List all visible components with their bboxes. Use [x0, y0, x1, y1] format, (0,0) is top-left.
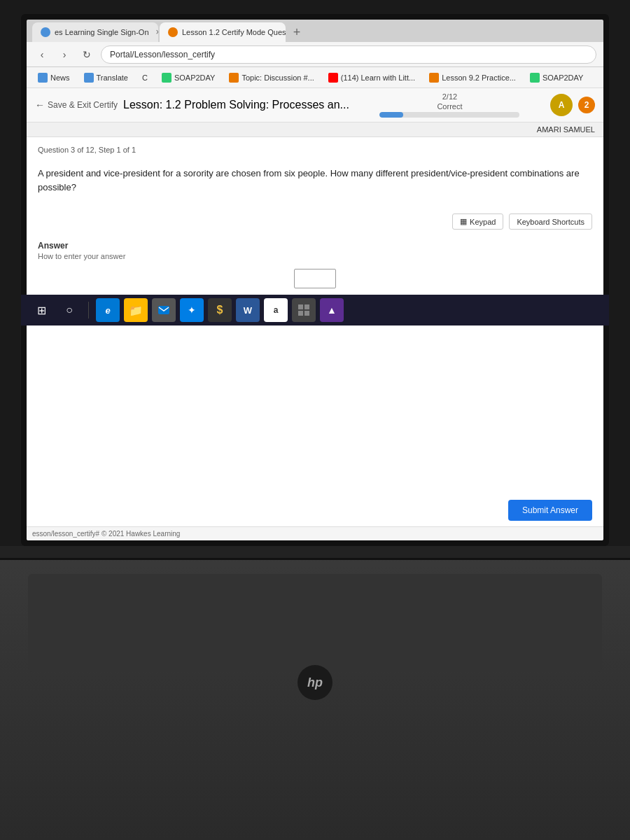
tab-sso[interactable]: es Learning Single Sign-On ×: [32, 22, 158, 42]
svg-rect-3: [298, 311, 303, 316]
file-explorer-app[interactable]: 📁: [124, 298, 148, 322]
bookmark-soap2day-1-icon: [162, 73, 172, 83]
edge-app[interactable]: e: [96, 298, 120, 322]
progress-bar-fill: [379, 112, 403, 118]
svg-rect-1: [298, 304, 303, 309]
tab-lesson-icon: [168, 27, 178, 37]
bookmark-news-label: News: [50, 74, 70, 82]
svg-rect-2: [304, 304, 309, 309]
bookmark-lesson92[interactable]: Lesson 9.2 Practice...: [424, 71, 522, 84]
status-bar: esson/lesson_certify# © 2021 Hawkes Lear…: [27, 526, 603, 540]
mail-app[interactable]: [152, 298, 176, 322]
tab-lesson-label: Lesson 1.2 Certify Mode Questio...: [182, 28, 286, 36]
word-app[interactable]: W: [236, 298, 260, 322]
screen: es Learning Single Sign-On × Lesson 1.2 …: [27, 20, 603, 540]
bookmark-c[interactable]: C: [136, 72, 153, 83]
dollar-app[interactable]: $: [208, 298, 232, 322]
new-tab-button[interactable]: +: [287, 22, 307, 42]
user-avatar: A: [550, 94, 573, 116]
screen-bezel: es Learning Single Sign-On × Lesson 1.2 …: [21, 14, 609, 546]
browser-chrome: es Learning Single Sign-On × Lesson 1.2 …: [27, 20, 603, 540]
save-exit-label: Save & Exit Certify: [48, 100, 118, 110]
bookmark-soap2day-2-icon: [530, 73, 540, 83]
bookmark-topic[interactable]: Topic: Discussion #...: [223, 71, 319, 84]
keypad-button[interactable]: ▦ Keypad: [452, 214, 503, 230]
progress-label: 2/12: [442, 92, 457, 101]
top-nav-left: Save & Exit Certify Lesson: 1.2 Problem …: [35, 99, 349, 111]
svg-rect-4: [304, 311, 309, 316]
user-section: AMARI SAMUEL: [27, 122, 603, 137]
bookmark-learn-label: (114) Learn with Litt...: [341, 74, 415, 82]
bookmark-lesson92-label: Lesson 9.2 Practice...: [442, 74, 516, 82]
forward-button[interactable]: ›: [56, 46, 73, 63]
bookmark-translate[interactable]: Translate: [78, 71, 134, 84]
image-app[interactable]: ▲: [320, 298, 344, 322]
hp-logo: hp: [298, 665, 332, 700]
lesson-title: Lesson: 1.2 Problem Solving: Processes a…: [123, 99, 349, 111]
tab-sso-close[interactable]: ×: [156, 27, 158, 37]
address-bar: ‹ › ↻ Portal/Lesson/lesson_certify: [27, 42, 603, 67]
bookmark-soap2day-1-label: SOAP2DAY: [174, 74, 216, 82]
dropbox-app[interactable]: ✦: [180, 298, 204, 322]
tab-sso-label: es Learning Single Sign-On: [55, 28, 149, 36]
bookmark-learn[interactable]: (114) Learn with Litt...: [323, 71, 421, 84]
laptop-hinge: [0, 546, 630, 560]
answer-section: Answer How to enter your answer: [38, 241, 592, 288]
reload-button[interactable]: ↻: [78, 46, 95, 63]
answer-hint: How to enter your answer: [38, 252, 592, 260]
bookmark-news[interactable]: News: [32, 71, 76, 84]
status-text: esson/lesson_certify# © 2021 Hawkes Lear…: [32, 530, 180, 538]
bookmark-c-label: C: [142, 74, 148, 82]
top-nav-right: A 2: [550, 94, 595, 116]
progress-bar: [379, 112, 519, 118]
answer-input[interactable]: [294, 269, 336, 288]
correct-label: Correct: [437, 102, 462, 111]
tab-bar: es Learning Single Sign-On × Lesson 1.2 …: [27, 20, 603, 42]
bookmark-soap2day-2-label: SOAP2DAY: [542, 74, 584, 82]
laptop-screen-area: es Learning Single Sign-On × Lesson 1.2 …: [0, 0, 630, 574]
bookmark-translate-label: Translate: [97, 74, 128, 82]
user-name: AMARI SAMUEL: [537, 125, 595, 134]
tools-section: ▦ Keypad Keyboard Shortcuts: [38, 214, 592, 230]
bookmark-topic-icon: [229, 73, 239, 83]
taskbar-separator: [88, 302, 89, 318]
bookmark-soap2day-2[interactable]: SOAP2DAY: [524, 71, 589, 84]
address-input[interactable]: Portal/Lesson/lesson_certify: [101, 46, 596, 64]
question-label: Question 3 of 12, Step 1 of 1: [38, 146, 592, 154]
top-nav-center: 2/12 Correct: [379, 92, 519, 118]
text-a-app[interactable]: a: [264, 298, 288, 322]
bookmark-learn-icon: [328, 73, 338, 83]
top-nav: Save & Exit Certify Lesson: 1.2 Problem …: [27, 88, 603, 122]
search-button[interactable]: ○: [57, 298, 81, 322]
back-button[interactable]: ‹: [34, 46, 50, 63]
submit-section: Submit Answer: [27, 494, 603, 526]
question-text: A president and vice-president for a sor…: [38, 161, 592, 200]
keypad-label: Keypad: [470, 218, 496, 226]
keyboard-shortcuts-label: Keyboard Shortcuts: [517, 218, 584, 226]
bookmark-soap2day-1[interactable]: SOAP2DAY: [156, 71, 221, 84]
laptop-keyboard: [28, 574, 602, 672]
tab-sso-icon: [41, 27, 50, 37]
answer-label: Answer: [38, 241, 592, 251]
bookmark-topic-label: Topic: Discussion #...: [241, 74, 314, 82]
save-exit-button[interactable]: Save & Exit Certify: [35, 99, 118, 111]
taskbar: ⊞ ○ e 📁 ✦ $ W a ▲: [21, 295, 609, 326]
question-count-badge: 2: [578, 97, 595, 113]
windows-button[interactable]: ⊞: [29, 298, 53, 322]
keyboard-shortcuts-button[interactable]: Keyboard Shortcuts: [509, 214, 592, 230]
bookmarks-bar: News Translate C SOAP2DAY: [27, 67, 603, 88]
bookmark-translate-icon: [84, 73, 94, 83]
orange-block-app[interactable]: [292, 298, 316, 322]
keypad-icon: ▦: [460, 217, 467, 226]
submit-button[interactable]: Submit Answer: [508, 500, 592, 521]
tab-lesson[interactable]: Lesson 1.2 Certify Mode Questio... ×: [160, 22, 286, 42]
svg-rect-0: [158, 306, 169, 314]
bookmark-news-icon: [38, 73, 48, 83]
bookmark-lesson92-icon: [429, 73, 439, 83]
